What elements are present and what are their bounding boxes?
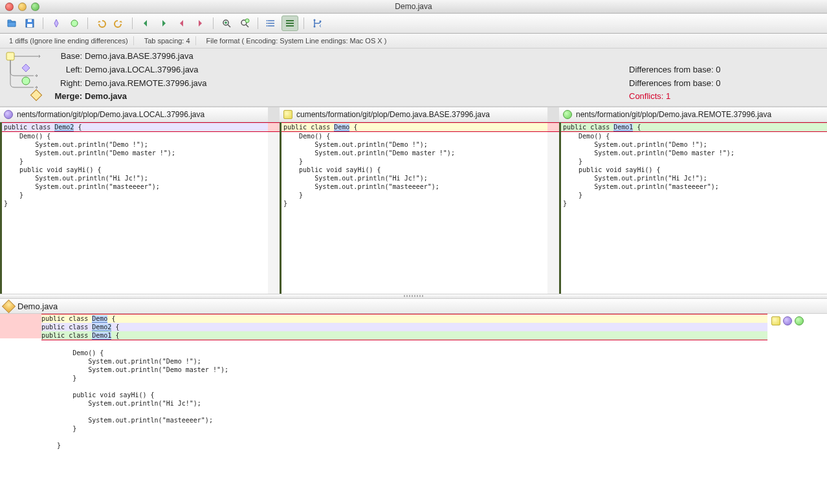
- right-diff: Differences from base: 0: [629, 78, 823, 91]
- titlebar: Demo.java: [0, 0, 827, 14]
- app-window: Demo.java 1 diffs (Ignore line ending di…: [0, 0, 827, 504]
- redo-button[interactable]: [111, 16, 127, 30]
- pick-remote-button[interactable]: [795, 316, 804, 325]
- open-file-button[interactable]: [4, 16, 19, 30]
- zoom-out-button[interactable]: [237, 16, 252, 30]
- zoom-in-button[interactable]: [219, 16, 234, 30]
- merge-label: Merge:: [49, 91, 85, 104]
- svg-rect-15: [31, 90, 42, 101]
- svg-rect-2: [27, 24, 32, 27]
- file-format-label[interactable]: File format ( Encoding: System Line endi…: [201, 36, 392, 45]
- pick-local-button[interactable]: [783, 316, 792, 325]
- left-file: Demo.java.LOCAL.37996.java: [85, 65, 629, 77]
- svg-rect-13: [6, 52, 14, 60]
- local-icon: [4, 110, 13, 119]
- toolbar: [0, 14, 827, 34]
- base-icon: [283, 110, 292, 119]
- list-view-button[interactable]: [263, 16, 279, 30]
- accept-button[interactable]: [49, 16, 64, 30]
- right-file: Demo.java.REMOTE.37996.java: [85, 78, 629, 91]
- merge-icon: [2, 299, 16, 312]
- summary-graph-icon: [4, 51, 43, 104]
- merge-pane-header[interactable]: Demo.java: [0, 299, 827, 314]
- diff-count-label: 1 diffs (Ignore line ending differences): [4, 36, 134, 45]
- save-button[interactable]: [22, 16, 38, 30]
- horizontal-splitter[interactable]: [0, 294, 827, 299]
- right-code-pane[interactable]: public class Demo1 { Demo() { System.out…: [559, 122, 827, 294]
- svg-point-6: [245, 19, 249, 23]
- prev-diff-button[interactable]: [138, 16, 153, 30]
- pick-base-button[interactable]: [771, 316, 780, 325]
- undo-button[interactable]: [93, 16, 109, 30]
- reject-button[interactable]: [67, 16, 82, 30]
- infobar: 1 diffs (Ignore line ending differences)…: [0, 34, 827, 49]
- tree-view-button[interactable]: [281, 16, 298, 31]
- merge-filename: Demo.java: [17, 301, 58, 311]
- right-pane-path: nents/formation/git/plop/Demo.java.REMOT…: [576, 110, 771, 119]
- minimize-window-button[interactable]: [18, 3, 27, 11]
- splitter[interactable]: [547, 107, 559, 122]
- svg-point-11: [314, 26, 316, 28]
- svg-point-14: [22, 77, 30, 85]
- svg-point-7: [267, 20, 268, 21]
- window-title: Demo.java: [0, 2, 827, 11]
- base-code-pane[interactable]: public class Demo { Demo() { System.out.…: [280, 122, 547, 294]
- base-file: Demo.java.BASE.37996.java: [85, 51, 629, 63]
- svg-rect-1: [28, 19, 32, 22]
- right-label: Right:: [49, 78, 85, 91]
- branch-button[interactable]: [309, 16, 325, 30]
- merge-gutter: [0, 314, 41, 504]
- pane-headers: nents/formation/git/plop/Demo.java.LOCAL…: [0, 107, 827, 122]
- svg-point-8: [267, 23, 268, 24]
- left-pane-path: nents/formation/git/plop/Demo.java.LOCAL…: [17, 110, 204, 119]
- next-diff-button[interactable]: [156, 16, 171, 30]
- merge-pane[interactable]: public class Demo { public class Demo2 {…: [0, 314, 827, 504]
- svg-point-12: [320, 21, 322, 23]
- merge-code[interactable]: public class Demo { public class Demo2 {…: [41, 314, 767, 504]
- base-label: Base:: [49, 51, 85, 63]
- base-pane-path: cuments/formation/git/plop/Demo.java.BAS…: [296, 110, 490, 119]
- left-diff: Differences from base: 0: [629, 65, 823, 77]
- merge-summary: Base: Demo.java.BASE.37996.java Left: De…: [0, 49, 827, 107]
- connector-left: [268, 122, 280, 294]
- left-pane-header[interactable]: nents/formation/git/plop/Demo.java.LOCAL…: [0, 107, 268, 122]
- svg-point-9: [267, 25, 268, 27]
- prev-conflict-button[interactable]: [174, 16, 190, 30]
- base-pane-header[interactable]: cuments/formation/git/plop/Demo.java.BAS…: [280, 107, 547, 122]
- left-label: Left:: [49, 65, 85, 77]
- close-window-button[interactable]: [5, 3, 14, 11]
- merge-action-gutter: [767, 314, 827, 504]
- right-pane-header[interactable]: nents/formation/git/plop/Demo.java.REMOT…: [559, 107, 827, 122]
- left-code-pane[interactable]: public class Demo2 { Demo() { System.out…: [0, 122, 268, 294]
- conflict-count: Conflicts: 1: [629, 91, 823, 104]
- next-conflict-button[interactable]: [192, 16, 208, 30]
- connector-right: [547, 122, 559, 294]
- svg-point-10: [314, 19, 316, 21]
- tab-spacing-label[interactable]: Tab spacing: 4: [139, 36, 196, 45]
- diff-panes: public class Demo2 { Demo() { System.out…: [0, 122, 827, 294]
- svg-point-3: [71, 20, 78, 27]
- remote-icon: [563, 110, 572, 119]
- merge-file: Demo.java: [85, 91, 629, 104]
- splitter[interactable]: [268, 107, 280, 122]
- zoom-window-button[interactable]: [31, 3, 39, 11]
